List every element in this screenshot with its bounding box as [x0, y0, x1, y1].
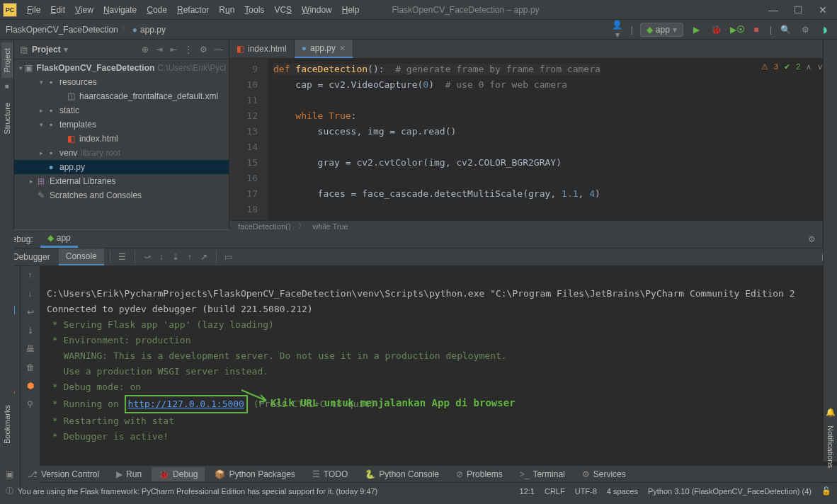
tree-root-path: C:\Users\Erik\Pycl: [157, 63, 226, 73]
attach-icon[interactable]: ⚲: [27, 399, 33, 409]
line-number[interactable]: 9: [232, 62, 258, 77]
project-sidebar-tab[interactable]: Project: [1, 42, 13, 78]
project-tab-icon: ■: [4, 82, 8, 90]
editor-inspection-status[interactable]: ⚠3 ✔2 ∧ ∨: [761, 62, 823, 71]
ok-count: 2: [796, 62, 800, 71]
hide-panel-icon[interactable]: —: [215, 45, 223, 55]
line-number[interactable]: 13: [232, 124, 258, 139]
debug-session-tab[interactable]: ◆ app: [40, 230, 78, 248]
tree-item-resources[interactable]: ▾▪resources: [14, 75, 229, 89]
app-icon: PC: [3, 3, 17, 17]
step-over-icon[interactable]: ⤻: [141, 252, 154, 262]
warning-count: 3: [774, 62, 778, 71]
inspection-up-icon[interactable]: ∧: [806, 62, 812, 71]
settings-icon[interactable]: ⚙: [799, 25, 812, 35]
evaluate-icon[interactable]: ▭: [222, 252, 235, 262]
window-title: FlaskOpenCV_FaceDetection – app.py: [363, 5, 768, 15]
menu-edit[interactable]: Edit: [46, 3, 69, 17]
tree-root[interactable]: ▾ ▣ FlaskOpenCV_FaceDetection C:\Users\E…: [14, 61, 229, 75]
vcs-actions-icon[interactable]: 👤▾: [611, 20, 624, 40]
tree-item-external-libraries[interactable]: ▸⊞External Libraries: [14, 174, 229, 188]
notifications-bell-icon[interactable]: 🔔: [826, 408, 836, 417]
down-trace-icon[interactable]: ↓: [28, 289, 33, 299]
tree-item-scratches-and-consoles[interactable]: ✎Scratches and Consoles: [14, 188, 229, 202]
code-with-me-icon[interactable]: ◗: [819, 25, 831, 35]
soft-wrap-icon[interactable]: ↩: [27, 307, 34, 317]
lib-icon: ⊞: [35, 176, 47, 186]
stop-button[interactable]: ■: [750, 25, 763, 35]
tree-item-label: templates: [59, 120, 96, 130]
line-number[interactable]: 12: [232, 108, 258, 124]
debug-tool-window: Debug: ◆ app ⚙ — Debugger Console ☰ ⤻ ↓ …: [0, 229, 837, 465]
close-button[interactable]: ✕: [819, 4, 827, 16]
tree-item-templates[interactable]: ▾▪templates: [14, 118, 229, 132]
line-number[interactable]: 17: [232, 186, 258, 202]
up-trace-icon[interactable]: ↑: [28, 270, 33, 280]
tree-item-static[interactable]: ▸▪static: [14, 103, 229, 118]
folder-icon: ▪: [45, 105, 57, 115]
editor-tab-app-py[interactable]: ●app.py✕: [295, 40, 353, 58]
line-number[interactable]: 15: [232, 155, 258, 171]
line-number-gutter[interactable]: 9101112131415161718: [229, 59, 268, 220]
tree-item-venv[interactable]: ▸▪venvlibrary root: [14, 146, 229, 160]
collapse-all-icon[interactable]: ⇤: [170, 45, 177, 55]
tree-item-app-py[interactable]: ●app.py: [14, 160, 229, 174]
line-number[interactable]: 18: [232, 202, 258, 217]
line-number[interactable]: 16: [232, 171, 258, 186]
menu-navigate[interactable]: Navigate: [99, 3, 141, 17]
menu-vcs[interactable]: VCS: [270, 3, 296, 17]
menu-file[interactable]: File: [23, 3, 45, 17]
step-into-mycode-icon[interactable]: ⇣: [169, 252, 182, 262]
python-prompt-icon[interactable]: ⬢: [27, 381, 34, 391]
crumb-while[interactable]: while True: [313, 222, 348, 231]
panel-options-icon[interactable]: ⋮: [184, 45, 193, 55]
coverage-button[interactable]: ▶⦿: [730, 25, 743, 35]
search-everywhere-icon[interactable]: 🔍: [779, 25, 792, 35]
line-number[interactable]: 10: [232, 77, 258, 93]
notifications-sidebar-tab[interactable]: Notifications: [825, 420, 836, 474]
inspection-down-icon[interactable]: ∨: [817, 62, 823, 71]
menu-tools[interactable]: Tools: [240, 3, 268, 17]
menu-view[interactable]: View: [71, 3, 98, 17]
menu-help[interactable]: Help: [338, 3, 364, 17]
breadcrumb-project[interactable]: FlaskOpenCV_FaceDetection: [6, 25, 118, 35]
breadcrumb-file[interactable]: app.py: [140, 25, 166, 35]
run-config-selector[interactable]: ◆ app ▾: [640, 23, 683, 37]
tree-item-index-html[interactable]: ◧index.html: [14, 132, 229, 146]
left-tool-strip-lower: Bookmarks: [0, 229, 14, 462]
panel-settings-icon[interactable]: ⚙: [200, 45, 207, 55]
menu-run[interactable]: Run: [215, 3, 239, 17]
close-tab-icon[interactable]: ✕: [339, 44, 346, 53]
project-dropdown-icon[interactable]: ▾: [64, 45, 68, 55]
filter-icon[interactable]: ☰: [116, 252, 129, 262]
menubar: File Edit View Navigate Code Refactor Ru…: [23, 3, 363, 17]
expand-all-icon[interactable]: ⇥: [156, 45, 163, 55]
tree-item-haarcascade-frontalface-default-xml[interactable]: ◫haarcascade_frontalface_default.xml: [14, 89, 229, 103]
debug-button[interactable]: 🐞: [710, 25, 723, 35]
run-button[interactable]: ▶: [690, 25, 703, 35]
step-into-icon[interactable]: ↓: [155, 252, 168, 262]
line-number[interactable]: 14: [232, 139, 258, 155]
code-content[interactable]: def faceDetection(): # generate frame by…: [268, 59, 837, 220]
bookmarks-sidebar-tab[interactable]: Bookmarks: [1, 399, 13, 449]
run-to-cursor-icon[interactable]: ↗: [198, 252, 210, 262]
scroll-end-icon[interactable]: ⤓: [27, 326, 34, 336]
debug-panel-settings-icon[interactable]: ⚙: [808, 234, 816, 244]
console-tab[interactable]: Console: [59, 248, 104, 265]
line-number[interactable]: 11: [232, 93, 258, 108]
select-opened-file-icon[interactable]: ⊕: [142, 45, 149, 55]
tool-windows-icon[interactable]: ▣: [6, 469, 13, 479]
crumb-function[interactable]: faceDetection(): [238, 222, 291, 231]
editor-tab-index-html[interactable]: ◧index.html: [229, 40, 295, 58]
structure-sidebar-tab[interactable]: Structure: [1, 97, 13, 140]
print-icon[interactable]: 🖶: [26, 344, 35, 354]
console-output[interactable]: C:\Users\Erik\PycharmProjects\FlaskOpenC…: [40, 266, 837, 496]
clear-icon[interactable]: 🗑: [26, 362, 35, 372]
server-url-link[interactable]: http://127.0.0.1:5000: [128, 399, 244, 409]
menu-code[interactable]: Code: [142, 3, 171, 17]
minimize-button[interactable]: —: [768, 4, 778, 16]
menu-refactor[interactable]: Refactor: [173, 3, 213, 17]
maximize-button[interactable]: ☐: [794, 4, 803, 16]
menu-window[interactable]: Window: [297, 3, 336, 17]
step-out-icon[interactable]: ↑: [183, 252, 196, 262]
